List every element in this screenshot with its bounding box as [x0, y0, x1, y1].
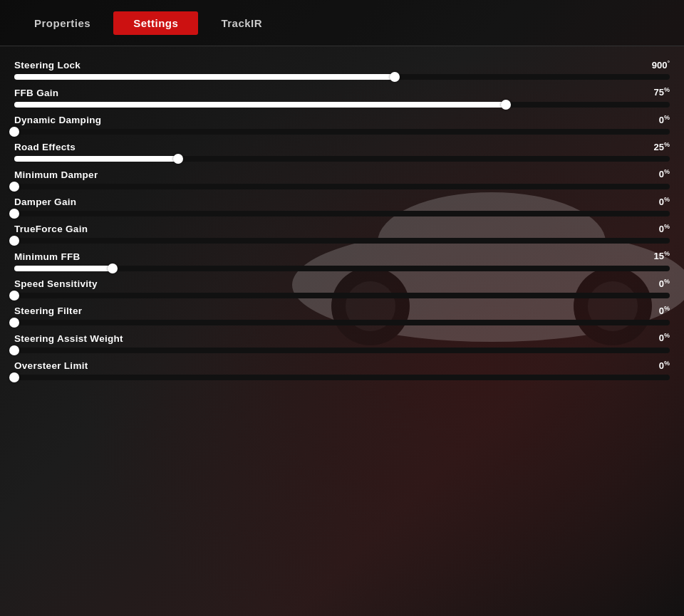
slider-track-steering-filter[interactable]: [14, 319, 670, 326]
slider-thumb-damper-gain[interactable]: [9, 209, 19, 219]
slider-label-trueforce-gain: TrueForce Gain: [14, 224, 88, 234]
slider-thumb-steering-assist-weight[interactable]: [9, 345, 19, 355]
slider-row-ffb-gain: FFB Gain75%: [14, 86, 670, 108]
slider-thumb-steering-filter[interactable]: [9, 318, 19, 328]
slider-thumb-minimum-ffb[interactable]: [108, 263, 118, 273]
slider-track-minimum-damper[interactable]: [14, 183, 670, 190]
slider-row-dynamic-damping: Dynamic Damping0%: [14, 114, 670, 135]
slider-row-minimum-ffb: Minimum FFB15%: [14, 250, 670, 271]
slider-label-damper-gain: Damper Gain: [14, 197, 76, 207]
slider-row-road-effects: Road Effects25%: [14, 141, 670, 162]
slider-value-speed-sensitivity: 0%: [659, 278, 670, 289]
slider-label-minimum-ffb: Minimum FFB: [14, 251, 81, 262]
slider-value-minimum-ffb: 15%: [654, 250, 670, 261]
slider-thumb-dynamic-damping[interactable]: [9, 127, 19, 137]
slider-label-steering-lock: Steering Lock: [14, 60, 81, 71]
slider-label-steering-assist-weight: Steering Assist Weight: [14, 333, 123, 344]
slider-track-damper-gain[interactable]: [14, 210, 670, 217]
slider-track-ffb-gain[interactable]: [14, 101, 670, 108]
slider-value-steering-assist-weight: 0%: [659, 332, 670, 343]
slider-row-damper-gain: Damper Gain0%: [14, 196, 670, 217]
slider-track-steering-lock[interactable]: [14, 73, 670, 80]
slider-track-minimum-ffb[interactable]: [14, 265, 670, 272]
tab-bar: Properties Settings TrackIR: [0, 0, 684, 46]
slider-thumb-oversteer-limit[interactable]: [9, 372, 19, 382]
slider-value-steering-lock: 900°: [652, 59, 670, 71]
slider-track-dynamic-damping[interactable]: [14, 128, 670, 135]
tab-trackir[interactable]: TrackIR: [201, 11, 282, 35]
sliders-section: Steering Lock900°FFB Gain75%Dynamic Damp…: [0, 46, 684, 616]
slider-value-oversteer-limit: 0%: [659, 360, 670, 371]
slider-label-dynamic-damping: Dynamic Damping: [14, 115, 101, 125]
slider-label-speed-sensitivity: Speed Sensitivity: [14, 278, 98, 289]
slider-label-minimum-damper: Minimum Damper: [14, 169, 98, 180]
slider-track-trueforce-gain[interactable]: [14, 237, 670, 244]
slider-track-speed-sensitivity[interactable]: [14, 292, 670, 299]
slider-thumb-speed-sensitivity[interactable]: [9, 291, 19, 301]
slider-label-road-effects: Road Effects: [14, 142, 76, 152]
tab-settings[interactable]: Settings: [113, 11, 198, 35]
slider-value-road-effects: 25%: [654, 141, 670, 152]
slider-track-oversteer-limit[interactable]: [14, 374, 670, 381]
slider-value-steering-filter: 0%: [659, 305, 670, 316]
slider-value-trueforce-gain: 0%: [659, 223, 670, 234]
slider-thumb-steering-lock[interactable]: [390, 72, 400, 82]
slider-row-speed-sensitivity: Speed Sensitivity0%: [14, 278, 670, 299]
slider-label-steering-filter: Steering Filter: [14, 306, 82, 316]
slider-row-steering-lock: Steering Lock900°: [14, 59, 670, 80]
slider-thumb-road-effects[interactable]: [173, 154, 183, 164]
slider-row-oversteer-limit: Oversteer Limit0%: [14, 360, 670, 381]
slider-thumb-ffb-gain[interactable]: [501, 100, 511, 110]
slider-value-minimum-damper: 0%: [659, 168, 670, 179]
slider-value-damper-gain: 0%: [659, 196, 670, 207]
slider-label-ffb-gain: FFB Gain: [14, 88, 58, 98]
slider-value-dynamic-damping: 0%: [659, 114, 670, 125]
slider-track-road-effects[interactable]: [14, 155, 670, 162]
slider-track-steering-assist-weight[interactable]: [14, 347, 670, 354]
tab-properties[interactable]: Properties: [14, 11, 110, 35]
slider-row-trueforce-gain: TrueForce Gain0%: [14, 223, 670, 244]
slider-row-steering-filter: Steering Filter0%: [14, 305, 670, 326]
slider-row-steering-assist-weight: Steering Assist Weight0%: [14, 332, 670, 353]
slider-label-oversteer-limit: Oversteer Limit: [14, 360, 88, 371]
slider-value-ffb-gain: 75%: [654, 86, 670, 98]
slider-row-minimum-damper: Minimum Damper0%: [14, 168, 670, 189]
slider-thumb-trueforce-gain[interactable]: [9, 236, 19, 246]
slider-thumb-minimum-damper[interactable]: [9, 182, 19, 192]
